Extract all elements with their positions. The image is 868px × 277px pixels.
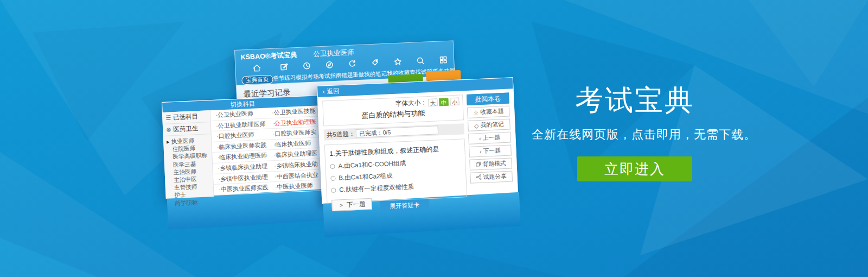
font-size-large-button[interactable]: 大	[428, 98, 438, 106]
nav-item-redo-wrong[interactable]: 错题重做	[341, 59, 365, 81]
list-icon: ☰	[165, 114, 171, 121]
subject-option[interactable]: 中医执业医师	[270, 180, 327, 193]
radio-icon[interactable]	[331, 188, 336, 193]
chevron-left-icon: ‹	[322, 87, 325, 95]
radio-icon[interactable]	[330, 164, 335, 169]
nav-item-my-notes[interactable]: 我的笔记	[363, 58, 387, 80]
subject-column-1: 公卫执业医师 公卫执业助理医师 口腔执业医师 临床执业医师实践 临床执业助理医师…	[210, 108, 271, 197]
tag-icon	[370, 58, 380, 70]
card-icon	[475, 161, 481, 168]
nav-item-home[interactable]: 宝典首页	[241, 62, 273, 85]
tag-icon: ◇	[474, 123, 479, 129]
redo-icon	[347, 59, 358, 71]
current-subject-label: 公卫执业医师	[313, 48, 354, 58]
question-window: ‹返回 字体大小：大中小 蛋白质的结构与功能 共5道题： 已完成：0/5 1.关…	[317, 77, 518, 204]
expand-answer-card-tab[interactable]: 展开答疑卡	[380, 199, 429, 212]
previous-question-button[interactable]: ‹上一题	[468, 132, 511, 144]
star-icon	[393, 56, 403, 69]
edit-icon	[279, 62, 289, 74]
subject-switch-window: 切换科目 ☰已选科目 ⊗医药卫生 执业医师 住院医师 医学高级职称 医学三基 主…	[162, 95, 327, 199]
chevron-left-icon: ‹	[479, 135, 481, 141]
next-question-side-button[interactable]: ‹下一题	[469, 144, 512, 157]
font-size-label: 字体大小：	[395, 99, 427, 106]
chevron-left-icon: ‹	[480, 148, 482, 154]
question-side-menu: 批阅本卷 ☆收藏本题 ◇我的笔记 ‹上一题 ‹下一题 背题模式 试题分享	[467, 93, 513, 197]
font-size-medium-button[interactable]: 中	[439, 98, 449, 106]
badge-icon: ⊗	[166, 126, 171, 133]
subject-category-list: 执业医师 住院医师 医学高级职称 医学三基 主治医师 主治中医 主管技师 护士 …	[164, 134, 214, 207]
home-icon	[252, 63, 262, 75]
hero-subtitle: 全新在线网页版，点击即用，无需下载。	[532, 127, 738, 143]
compass-icon	[324, 60, 335, 72]
list-item[interactable]: 药学职称	[175, 198, 212, 207]
chevron-right-icon: ＞	[338, 202, 344, 208]
star-icon: ☆	[473, 110, 478, 116]
grid-icon	[438, 55, 449, 67]
progress-value: 已完成：0/5	[356, 125, 439, 138]
my-notes-button[interactable]: ◇我的笔记	[468, 119, 510, 131]
nav-item-exam-guide[interactable]: 考试指南	[318, 59, 342, 81]
subject-sidebar: ☰已选科目 ⊗医药卫生 执业医师 住院医师 医学高级职称 医学三基 主治医师 主…	[163, 110, 214, 199]
share-question-button[interactable]: 试题分享	[470, 171, 513, 183]
favorite-question-button[interactable]: ☆收藏本题	[467, 106, 510, 118]
enter-now-button[interactable]: 立即进入	[577, 156, 692, 181]
option-b[interactable]: B.由Ca1和Ca2组成	[330, 169, 461, 182]
share-icon	[476, 174, 482, 181]
hero-block: 考试宝典 全新在线网页版，点击即用，无需下载。 立即进入	[532, 81, 738, 181]
option-c[interactable]: C.肽键有一定程度双键性质	[331, 181, 462, 194]
question-text: 1.关于肽键性质和组成，叙述正确的是	[329, 144, 461, 159]
review-paper-button[interactable]: 批阅本卷	[467, 93, 509, 105]
option-a[interactable]: A.由Ca1和C-COOH组成	[330, 157, 461, 171]
subject-option[interactable]: 中医执业医师实践	[214, 182, 271, 196]
progress-label: 共5道题：	[327, 130, 355, 139]
hero-title: 考试宝典	[532, 81, 738, 119]
question-header-box: 字体大小：大中小 蛋白质的结构与功能	[322, 95, 464, 126]
nav-item-mock-exam[interactable]: 模拟考场	[295, 60, 319, 83]
recite-mode-button[interactable]: 背题模式	[469, 158, 512, 170]
next-question-button[interactable]: ＞下一题	[331, 198, 372, 211]
nav-item-chapter-practice[interactable]: 章节练习	[272, 61, 296, 84]
question-box: 1.关于肽键性质和组成，叙述正确的是 A.由Ca1和C-COOH组成 B.由Ca…	[324, 138, 467, 203]
radio-icon[interactable]	[330, 176, 335, 181]
list-item[interactable]: 医学高级职称	[173, 152, 210, 161]
search-icon	[416, 56, 426, 68]
app-brand: KSBAO®考试宝典	[240, 51, 297, 61]
clock-icon	[302, 61, 312, 73]
font-size-small-button[interactable]: 小	[450, 98, 459, 106]
progress-bar: 共5道题： 已完成：0/5	[324, 123, 465, 140]
